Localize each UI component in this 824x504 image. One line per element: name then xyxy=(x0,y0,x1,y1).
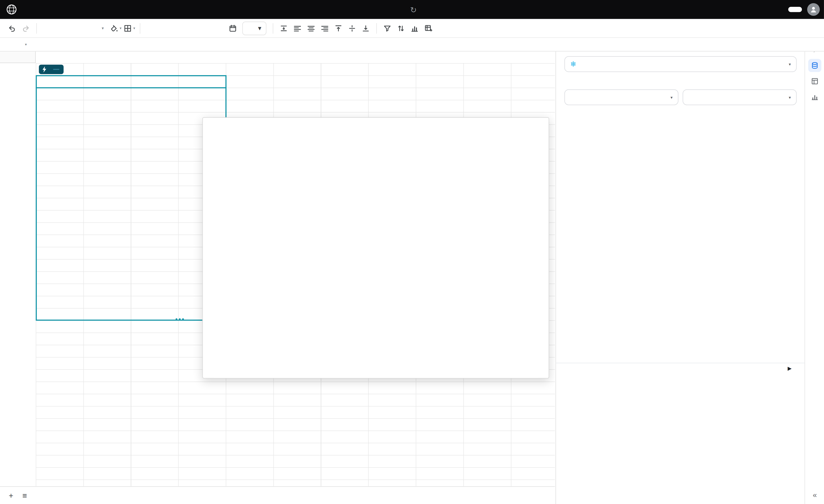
percent-format-button[interactable] xyxy=(158,21,171,35)
strikethrough-button[interactable] xyxy=(82,21,95,35)
number-format-button[interactable] xyxy=(199,21,212,35)
formula-bar: ▾ xyxy=(0,38,824,52)
tab-sheet3[interactable] xyxy=(63,487,79,504)
fill-color-button[interactable]: ▾ xyxy=(109,21,122,35)
connected-table-panel: ❄ ▾ ▾ ▾ ▶ xyxy=(555,19,805,504)
database-select[interactable]: ▾ xyxy=(564,89,678,105)
text-format-button[interactable] xyxy=(213,21,225,35)
lightning-icon xyxy=(42,66,47,73)
share-button[interactable] xyxy=(788,7,802,12)
chevron-down-icon: ▾ xyxy=(789,62,791,67)
console-divider xyxy=(556,363,805,363)
insert-table-button[interactable] xyxy=(422,21,435,35)
add-sheet-button[interactable]: + xyxy=(4,489,18,502)
insert-chart-button[interactable] xyxy=(408,21,421,35)
decrease-decimals-button[interactable] xyxy=(172,21,185,35)
toolbar-divider xyxy=(140,23,140,33)
sheet-tab-bar: + ≡ xyxy=(0,486,555,504)
toolbar-divider xyxy=(36,23,37,33)
chevron-down-icon: ▾ xyxy=(789,95,791,100)
connected-table-badge[interactable] xyxy=(39,65,64,74)
grid-corner[interactable] xyxy=(0,52,36,63)
menu-file[interactable] xyxy=(23,0,34,19)
borders-button[interactable]: ▾ xyxy=(123,21,136,35)
snowflake-icon: ❄ xyxy=(570,61,576,68)
chevron-down-icon: ▾ xyxy=(671,95,673,100)
text-color-button[interactable]: ▾ xyxy=(96,21,108,35)
chevron-down-icon: ▾ xyxy=(25,42,27,46)
badge-row-count xyxy=(53,69,59,70)
connections-icon[interactable] xyxy=(808,59,821,72)
menu-data[interactable] xyxy=(46,0,57,19)
valign-middle-button[interactable] xyxy=(346,21,358,35)
schema-select[interactable]: ▾ xyxy=(683,89,797,105)
play-icon: ▶ xyxy=(788,367,791,371)
run-query-button[interactable]: ▶ xyxy=(788,367,795,371)
currency-format-button[interactable] xyxy=(144,21,157,35)
sheet-list-button[interactable]: ≡ xyxy=(18,489,31,502)
spreadsheet-grid[interactable]: ••• xyxy=(0,52,555,486)
undo-button[interactable] xyxy=(6,21,19,35)
app-window: ↻ ▾ ▾ ▾ ▾ xyxy=(0,0,824,504)
valign-bottom-button[interactable] xyxy=(359,21,372,35)
menu-edit[interactable] xyxy=(34,0,46,19)
user-avatar[interactable] xyxy=(807,3,820,16)
text-overflow-button[interactable] xyxy=(278,21,290,35)
chart-panel-icon[interactable] xyxy=(808,90,821,104)
collapse-panel-icon[interactable]: « xyxy=(808,488,821,501)
chart-card[interactable] xyxy=(202,117,549,379)
valign-top-button[interactable] xyxy=(332,21,345,35)
sync-icon[interactable]: ↻ xyxy=(410,5,417,13)
italic-button[interactable] xyxy=(55,21,67,35)
filter-button[interactable] xyxy=(381,21,394,35)
align-right-button[interactable] xyxy=(319,21,331,35)
tab-sheet2[interactable] xyxy=(47,487,63,504)
cell-name-box[interactable]: ▾ xyxy=(0,42,30,46)
right-icon-rail: </> « xyxy=(805,19,824,504)
formula-input[interactable] xyxy=(45,38,824,51)
date-format-button[interactable] xyxy=(226,21,239,35)
align-left-button[interactable] xyxy=(291,21,304,35)
source-select[interactable]: ❄ ▾ xyxy=(564,56,797,72)
menu-view[interactable] xyxy=(57,0,69,19)
align-center-button[interactable] xyxy=(305,21,318,35)
underline-button[interactable] xyxy=(68,21,81,35)
menu-help[interactable] xyxy=(69,0,80,19)
table-resize-handle[interactable]: ••• xyxy=(172,316,189,322)
increase-decimals-button[interactable] xyxy=(186,21,198,35)
app-logo-icon[interactable] xyxy=(6,4,17,15)
data-table-icon[interactable] xyxy=(808,75,821,88)
sort-button[interactable] xyxy=(395,21,408,35)
toolbar-divider xyxy=(273,23,273,33)
number-format-dropdown[interactable]: ▾ xyxy=(242,21,267,35)
toolbar-divider xyxy=(377,23,377,33)
format-toolbar: ▾ ▾ ▾ ▾ xyxy=(0,19,824,38)
redo-button[interactable] xyxy=(19,21,32,35)
chart-svg xyxy=(203,118,550,379)
tab-sheet1[interactable] xyxy=(31,487,47,504)
bold-button[interactable] xyxy=(41,21,54,35)
top-menu-bar: ↻ xyxy=(0,0,824,19)
person-icon xyxy=(809,5,818,14)
